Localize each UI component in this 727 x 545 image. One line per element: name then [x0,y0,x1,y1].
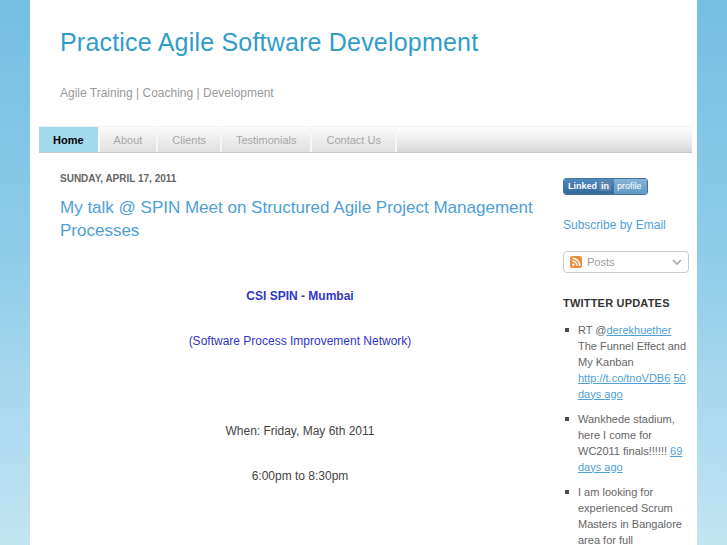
tweet-item: Wankhede stadium, here I come for WC2011… [563,411,691,475]
event-org-full: (Software Process Improvement Network) [60,334,540,349]
nav-bar: HomeAboutClientsTestimonialsContact Us [39,126,692,153]
post-column: SUNDAY, APRIL 17, 2011 My talk @ SPIN Me… [60,173,540,545]
feed-dropdown-selected: Posts [587,256,672,268]
tweet-link[interactable]: derekhuether [607,324,672,336]
sidebar: Linkedin profile Subscribe by Email Post… [563,173,691,545]
tweet-item: I am looking for experienced Scrum Maste… [563,484,691,545]
linkedin-logo: Linkedin [564,179,614,194]
event-org: CSI SPIN - Mumbai [60,289,540,304]
main-area: SUNDAY, APRIL 17, 2011 My talk @ SPIN Me… [30,153,697,545]
twitter-updates-heading: TWITTER UPDATES [563,297,691,309]
tweet-plain-text: The Funnel Effect and My Kanban [578,340,686,368]
tab-contact-us[interactable]: Contact Us [312,127,396,152]
tab-clients[interactable]: Clients [158,127,222,152]
linkedin-profile-badge[interactable]: Linkedin profile [563,178,648,195]
blog-header: Practice Agile Software Development Agil… [30,0,697,100]
bullet-icon [565,328,569,332]
tweet-link[interactable]: http://t.co/tnoVDB6 [578,372,670,384]
tweet-plain-text: I am looking for experienced Scrum Maste… [578,486,682,545]
event-details: CSI SPIN - Mumbai (Software Process Impr… [60,259,540,545]
tweet-text: RT @derekhuether The Funnel Effect and M… [578,322,691,402]
twitter-list: RT @derekhuether The Funnel Effect and M… [563,322,691,545]
chevron-down-icon [672,258,682,266]
tab-home[interactable]: Home [39,127,100,152]
blog-title: Practice Agile Software Development [60,28,667,57]
tweet-item: RT @derekhuether The Funnel Effect and M… [563,322,691,402]
post-title[interactable]: My talk @ SPIN Meet on Structured Agile … [60,197,540,243]
tab-about[interactable]: About [100,127,159,152]
linkedin-profile-label: profile [614,179,647,194]
content-wrapper: Practice Agile Software Development Agil… [30,0,697,545]
spacer [60,379,540,394]
rss-icon [570,256,582,268]
tweet-text: Wankhede stadium, here I come for WC2011… [578,411,691,475]
tweet-text: I am looking for experienced Scrum Maste… [578,484,691,545]
feed-dropdown[interactable]: Posts [563,251,689,273]
blog-subtitle: Agile Training | Coaching | Development [60,86,667,100]
event-when-line1: When: Friday, May 6th 2011 [60,424,540,439]
event-when-line2: 6:00pm to 8:30pm [60,469,540,484]
spacer [60,514,540,529]
tweet-plain-text: Wankhede stadium, here I come for WC2011… [578,413,675,457]
tweet-plain-text: RT @ [578,324,607,336]
bullet-icon [565,490,569,494]
tab-testimonials[interactable]: Testimonials [222,127,313,152]
subscribe-by-email-link[interactable]: Subscribe by Email [563,218,691,232]
linkedin-in-icon: in [599,181,611,191]
post-date: SUNDAY, APRIL 17, 2011 [60,173,540,184]
bullet-icon [565,417,569,421]
